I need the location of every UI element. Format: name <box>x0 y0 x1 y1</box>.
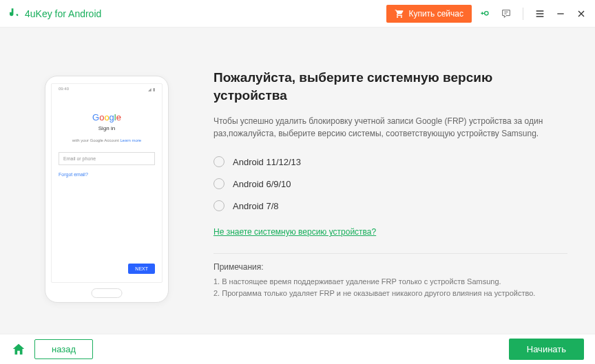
note-2: 2. Программа только удаляет FRP и не ока… <box>213 288 567 299</box>
footer: назад Начинать <box>0 334 595 364</box>
email-field-mock: Email or phone <box>59 152 155 165</box>
signin-subtitle: with your Google Account Learn more <box>59 138 155 142</box>
option-android-7-8[interactable]: Android 7/8 <box>213 200 567 211</box>
home-icon[interactable] <box>11 342 26 357</box>
titlebar: 4uKey for Android Купить сейчас <box>0 0 595 28</box>
key-icon[interactable] <box>480 8 491 19</box>
radio-icon <box>213 200 225 211</box>
app-logo: 4uKey for Android <box>8 8 101 20</box>
close-icon[interactable] <box>576 8 587 19</box>
option-android-6-9-10[interactable]: Android 6/9/10 <box>213 178 567 189</box>
cart-icon <box>395 9 404 19</box>
google-logo: Google <box>59 112 155 122</box>
notes-title: Примечания: <box>213 262 567 272</box>
unknown-version-link[interactable]: Не знаете системную версию устройства? <box>213 227 376 237</box>
main-content: 09:40 ◢ ▮ Google Sign in with your Googl… <box>0 28 595 334</box>
option-android-11-12-13[interactable]: Android 11/12/13 <box>213 156 567 167</box>
start-button[interactable]: Начинать <box>509 339 584 360</box>
page-description: Чтобы успешно удалить блокировку учетной… <box>213 115 567 140</box>
feedback-icon[interactable] <box>501 8 512 19</box>
phone-next-button: NEXT <box>128 264 155 274</box>
phone-statusbar: 09:40 ◢ ▮ <box>59 87 155 92</box>
android-version-options: Android 11/12/13 Android 6/9/10 Android … <box>213 156 567 211</box>
note-1: 1. В настоящее время поддерживает удален… <box>213 276 567 288</box>
buy-now-button[interactable]: Купить сейчас <box>386 5 472 23</box>
signin-title: Sign in <box>59 125 155 131</box>
phone-mockup: 09:40 ◢ ▮ Google Sign in with your Googl… <box>45 76 169 303</box>
phone-home-button <box>92 288 123 298</box>
signal-icon: ◢ ▮ <box>148 87 155 92</box>
back-button[interactable]: назад <box>34 339 93 359</box>
app-title: 4uKey for Android <box>25 8 101 19</box>
phone-screen: 09:40 ◢ ▮ Google Sign in with your Googl… <box>51 83 163 283</box>
forgot-email-link: Forgot email? <box>59 172 155 177</box>
radio-icon <box>213 178 225 189</box>
menu-icon[interactable] <box>534 8 545 19</box>
logo-icon <box>8 8 21 20</box>
instruction-column: Пожалуйста, выберите системную версию ус… <box>213 48 567 327</box>
minimize-icon[interactable] <box>555 8 566 19</box>
radio-icon <box>213 156 225 167</box>
divider <box>213 253 567 254</box>
phone-preview-column: 09:40 ◢ ▮ Google Sign in with your Googl… <box>28 48 186 327</box>
page-heading: Пожалуйста, выберите системную версию ус… <box>213 69 567 104</box>
